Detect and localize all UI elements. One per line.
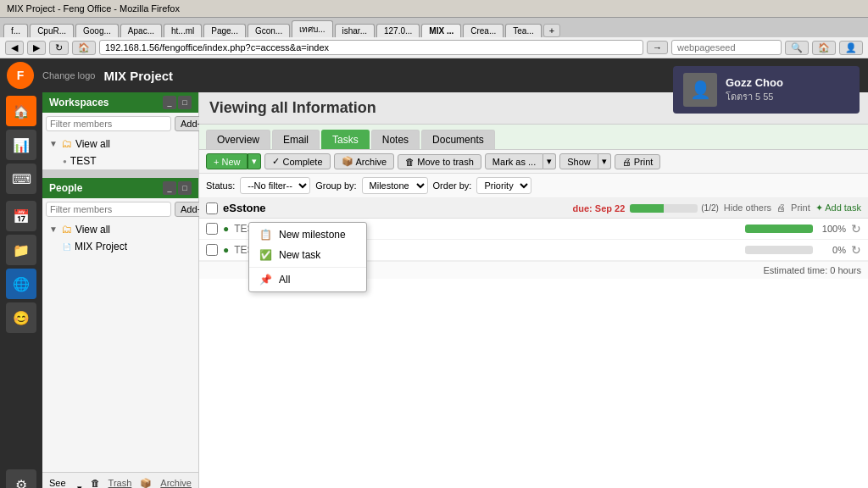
tab-crea[interactable]: Crea... bbox=[463, 24, 504, 37]
people-header: People _ □ bbox=[42, 178, 198, 198]
browser-search[interactable] bbox=[671, 40, 782, 55]
print-milestone-button[interactable]: Print bbox=[791, 202, 810, 214]
tab-thai[interactable]: เทศบ... bbox=[292, 20, 332, 37]
addon-button[interactable]: 👤 bbox=[839, 41, 863, 55]
sidebar-icon-home[interactable]: 🏠 bbox=[6, 96, 36, 126]
dropdown-new-milestone[interactable]: 📋 New milestone bbox=[249, 225, 366, 245]
tab-html[interactable]: ht...ml bbox=[164, 24, 202, 37]
sidebar-icon-face[interactable]: 😊 bbox=[6, 302, 36, 333]
dropdown-divider bbox=[249, 267, 366, 268]
people-folder-icon: 🗂 bbox=[61, 223, 72, 236]
forward-button[interactable]: ▶ bbox=[27, 41, 46, 55]
people-minimize-button[interactable]: _ bbox=[163, 181, 176, 195]
tab-documents[interactable]: Documents bbox=[421, 130, 495, 149]
task-checkbox-1[interactable] bbox=[206, 223, 218, 235]
people-view-all-label: View all bbox=[75, 224, 110, 236]
url-bar[interactable] bbox=[99, 40, 643, 55]
workspace-item-test[interactable]: ● TEST bbox=[42, 152, 198, 169]
tab-overview[interactable]: Overview bbox=[206, 130, 270, 149]
print-button[interactable]: 🖨 Print bbox=[615, 154, 661, 169]
show-button[interactable]: Show bbox=[559, 153, 598, 169]
see-more-button[interactable]: See More ▾ bbox=[49, 478, 82, 488]
trash-link[interactable]: Trash bbox=[108, 478, 132, 488]
back-button[interactable]: ◀ bbox=[5, 41, 24, 55]
tab-email[interactable]: Email bbox=[272, 130, 320, 149]
workspaces-filter-row: Add+ bbox=[42, 113, 198, 135]
sidebar-icon-settings[interactable]: ⚙ bbox=[6, 469, 36, 488]
tab-tasks[interactable]: Tasks bbox=[321, 130, 370, 149]
new-button-group: + New ▾ bbox=[206, 153, 261, 169]
workspace-test-label: TEST bbox=[70, 155, 97, 167]
dropdown-all[interactable]: 📌 All bbox=[249, 269, 366, 290]
tab-gcon[interactable]: Gcon... bbox=[248, 24, 290, 37]
dropdown-new-task[interactable]: ✅ New task bbox=[249, 245, 366, 265]
workspaces-label: Workspaces bbox=[49, 97, 108, 108]
task-refresh-icon-2[interactable]: ↻ bbox=[851, 243, 861, 257]
see-more-label: See More bbox=[49, 478, 75, 488]
content-tabs: Overview Email Tasks Notes Documents bbox=[199, 125, 868, 150]
task-refresh-icon-1[interactable]: ↻ bbox=[851, 222, 861, 236]
tab-f[interactable]: f... bbox=[3, 24, 28, 37]
new-dropdown-button[interactable]: ▾ bbox=[248, 153, 261, 169]
tab-bar: f... CpuR... Goog... Apac... ht...ml Pag… bbox=[0, 18, 868, 37]
workspaces-view-all[interactable]: ▼ 🗂 View all bbox=[42, 135, 198, 152]
people-bullet-icon: 📄 bbox=[63, 243, 71, 251]
complete-button[interactable]: ✓ Complete bbox=[264, 153, 330, 169]
tab-page[interactable]: Page... bbox=[203, 24, 246, 37]
add-task-button[interactable]: ✦ Add task bbox=[815, 202, 861, 214]
hide-others-button[interactable]: Hide others bbox=[724, 202, 771, 214]
sidebar-icon-calendar[interactable]: 📅 bbox=[6, 201, 36, 231]
change-logo-label[interactable]: Change logo bbox=[42, 70, 95, 80]
archive-link[interactable]: Archive bbox=[160, 478, 192, 488]
app-title: MIX Project bbox=[103, 69, 173, 83]
sidebar-icon-terminal[interactable]: ⌨ bbox=[6, 164, 36, 194]
check-icon: ✓ bbox=[272, 156, 280, 167]
tab-goog[interactable]: Goog... bbox=[75, 24, 119, 37]
people-filter-input[interactable] bbox=[46, 202, 171, 217]
show-dropdown-button[interactable]: ▾ bbox=[598, 153, 611, 169]
search-submit-button[interactable]: 🔍 bbox=[785, 41, 809, 55]
tab-tea[interactable]: Tea... bbox=[505, 24, 541, 37]
people-mix-project[interactable]: 📄 MIX Project bbox=[42, 238, 198, 255]
task-checkbox-2[interactable] bbox=[206, 244, 218, 256]
group-by-select[interactable]: Milestone bbox=[362, 177, 428, 194]
go-button[interactable]: → bbox=[647, 41, 668, 54]
people-controls: _ □ bbox=[163, 181, 192, 195]
people-expand-button[interactable]: □ bbox=[178, 181, 192, 195]
status-select[interactable]: --No filter-- bbox=[240, 177, 310, 194]
bookmark-button[interactable]: 🏠 bbox=[812, 41, 836, 55]
people-view-all[interactable]: ▼ 🗂 View all bbox=[42, 220, 198, 238]
people-tree-arrow-icon: ▼ bbox=[49, 225, 58, 234]
sidebar-icons: 🏠 📊 ⌨ 📅 📁 🌐 😊 ⚙ bbox=[0, 92, 42, 488]
sidebar-icon-pulse[interactable]: 📊 bbox=[6, 130, 36, 160]
move-to-trash-button[interactable]: 🗑 Move to trash bbox=[398, 154, 481, 169]
tab-mix[interactable]: MIX ... bbox=[421, 24, 461, 37]
show-group: Show ▾ bbox=[559, 153, 611, 169]
mark-as-button[interactable]: Mark as ... bbox=[485, 153, 543, 169]
workspaces-expand-button[interactable]: □ bbox=[178, 96, 192, 109]
new-tab-button[interactable]: + bbox=[543, 24, 560, 37]
mark-as-dropdown-button[interactable]: ▾ bbox=[543, 153, 556, 169]
sidebar-icon-files[interactable]: 📁 bbox=[6, 235, 36, 265]
order-by-select[interactable]: Priority bbox=[476, 177, 531, 194]
refresh-button[interactable]: ↻ bbox=[49, 41, 69, 55]
tab-127[interactable]: 127.0... bbox=[376, 24, 420, 37]
notification-popup: 👤 Gozz Choo โดตรา 5 55 bbox=[673, 66, 860, 114]
people-label: People bbox=[49, 182, 82, 194]
home-button[interactable]: 🏠 bbox=[72, 41, 96, 55]
sidebar-icon-browser[interactable]: 🌐 bbox=[6, 269, 36, 299]
tab-apac[interactable]: Apac... bbox=[120, 24, 162, 37]
new-button[interactable]: + New bbox=[206, 153, 248, 169]
tab-ishar[interactable]: ishar... bbox=[335, 24, 375, 37]
estimated-time: Estimated time: 0 hours bbox=[763, 265, 861, 275]
archive-button[interactable]: 📦 Archive bbox=[334, 153, 395, 169]
workspaces-minimize-button[interactable]: _ bbox=[163, 96, 176, 109]
all-icon: 📌 bbox=[259, 274, 272, 286]
tab-cpu[interactable]: CpuR... bbox=[30, 24, 74, 37]
milestone-checkbox[interactable] bbox=[206, 202, 218, 214]
side-panel: Workspaces _ □ Add+ ▼ 🗂 View all ● TEST … bbox=[42, 92, 199, 488]
tab-notes[interactable]: Notes bbox=[371, 130, 420, 149]
workspaces-filter-input[interactable] bbox=[46, 116, 171, 131]
see-more-arrow-icon: ▾ bbox=[77, 483, 82, 489]
task-bullet-icon-1: ● bbox=[223, 223, 229, 235]
